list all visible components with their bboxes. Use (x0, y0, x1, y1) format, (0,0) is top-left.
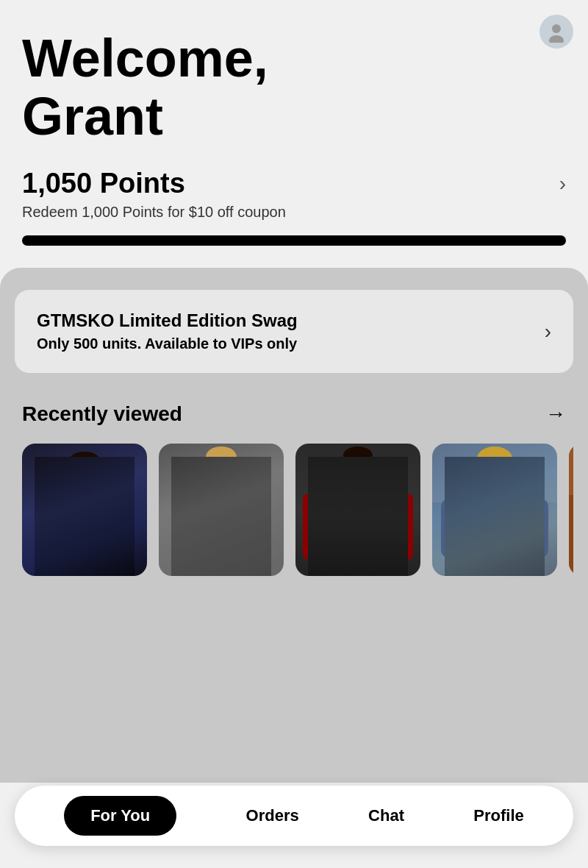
nav-label-chat: Chat (368, 806, 404, 825)
svg-rect-20 (210, 539, 232, 554)
svg-point-38 (344, 453, 372, 485)
svg-rect-57 (496, 474, 506, 480)
nav-label-profile: Profile (473, 806, 523, 825)
redeem-text: Redeem 1,000 Points for $10 off coupon (22, 204, 566, 221)
svg-rect-14 (220, 510, 223, 554)
svg-rect-35 (395, 494, 413, 560)
svg-rect-8 (38, 504, 59, 555)
svg-rect-51 (528, 499, 548, 558)
svg-point-18 (206, 447, 237, 467)
svg-point-39 (343, 447, 373, 464)
product-card-3[interactable] (295, 444, 420, 576)
recently-viewed-header: Recently viewed → (15, 402, 573, 426)
points-chevron-icon[interactable]: › (559, 172, 566, 196)
products-row (15, 444, 573, 576)
nav-item-for-you[interactable]: For You (64, 796, 176, 836)
svg-rect-56 (484, 474, 494, 480)
svg-rect-15 (173, 488, 199, 524)
svg-rect-16 (243, 488, 269, 524)
svg-rect-5 (66, 502, 103, 576)
svg-marker-6 (74, 501, 96, 517)
promo-title: GTMSKO Limited Edition Swag (37, 310, 298, 331)
welcome-heading: Welcome, Grant (22, 29, 566, 146)
svg-rect-34 (303, 494, 321, 560)
svg-rect-50 (441, 499, 462, 558)
svg-rect-37 (360, 550, 390, 576)
svg-marker-46 (480, 494, 509, 513)
svg-marker-13 (207, 484, 236, 510)
svg-point-2 (68, 456, 101, 493)
top-section: Welcome, Grant 1,050 Points › Redeem 1,0… (0, 0, 588, 268)
svg-rect-41 (458, 497, 531, 576)
svg-point-19 (208, 530, 234, 548)
welcome-line1: Welcome, (22, 29, 268, 88)
product-card-1[interactable] (22, 444, 147, 576)
svg-marker-33 (347, 489, 369, 510)
bottom-section: GTMSKO Limited Edition Swag Only 500 uni… (0, 268, 588, 783)
promo-content: GTMSKO Limited Edition Swag Only 500 uni… (37, 310, 298, 352)
svg-point-1 (549, 35, 564, 43)
svg-rect-10 (40, 547, 56, 552)
product-card-5[interactable] (569, 444, 573, 576)
svg-point-53 (477, 447, 512, 470)
avatar[interactable] (539, 15, 573, 49)
svg-point-17 (207, 453, 236, 485)
svg-rect-11 (181, 524, 262, 576)
points-value: 1,050 Points (22, 168, 185, 199)
nav-label-orders: Orders (246, 806, 299, 825)
recently-viewed-title: Recently viewed (22, 402, 182, 426)
promo-chevron-icon: › (545, 320, 551, 344)
svg-rect-12 (188, 488, 254, 576)
svg-rect-9 (110, 504, 131, 555)
nav-item-chat[interactable]: Chat (368, 806, 404, 825)
svg-point-52 (480, 455, 509, 491)
nav-item-profile[interactable]: Profile (473, 806, 523, 825)
welcome-line2: Grant (22, 87, 163, 146)
nav-label-for-you: For You (90, 806, 150, 825)
recently-viewed-arrow-icon[interactable]: → (545, 402, 566, 426)
promo-subtitle: Only 500 units. Available to VIPs only (37, 335, 298, 352)
bottom-nav: For You Orders Chat Profile (15, 786, 573, 846)
svg-rect-47 (485, 497, 504, 533)
points-progress-bar (22, 235, 566, 246)
svg-rect-58 (569, 488, 573, 576)
svg-point-3 (68, 452, 101, 472)
svg-rect-21 (318, 491, 398, 576)
nav-item-orders[interactable]: Orders (246, 806, 299, 825)
product-card-4[interactable] (432, 444, 557, 576)
svg-rect-55 (501, 466, 512, 506)
svg-rect-36 (325, 550, 354, 576)
svg-rect-4 (55, 502, 114, 576)
product-card-2[interactable] (159, 444, 284, 576)
points-row[interactable]: 1,050 Points › (22, 168, 566, 199)
svg-rect-54 (478, 466, 488, 506)
svg-rect-59 (569, 444, 573, 495)
svg-marker-7 (79, 502, 90, 510)
promo-card[interactable]: GTMSKO Limited Edition Swag Only 500 uni… (15, 290, 573, 373)
svg-point-0 (552, 24, 561, 33)
